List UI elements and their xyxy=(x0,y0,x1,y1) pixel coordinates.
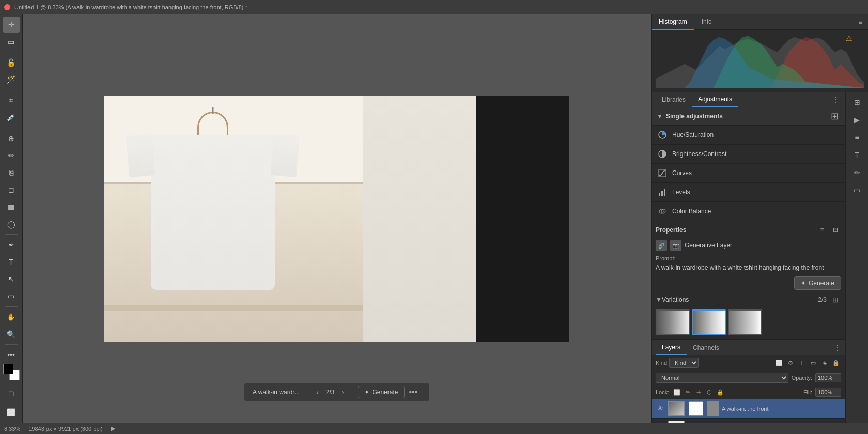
hand-tool[interactable]: ✋ xyxy=(3,309,20,325)
tab-libraries[interactable]: Libraries xyxy=(656,92,692,107)
close-button[interactable] xyxy=(4,4,10,10)
panel-expand-button[interactable]: ⋮ xyxy=(830,94,841,105)
lasso-tool[interactable]: 🔓 xyxy=(3,54,20,70)
adj-tab-group: Libraries Adjustments xyxy=(656,92,738,107)
kind-pixel-icon[interactable]: ⬜ xyxy=(774,358,784,368)
gradient-tool[interactable]: ▦ xyxy=(3,199,20,215)
adj-curves[interactable]: Curves xyxy=(652,164,845,183)
foreground-color[interactable] xyxy=(3,364,13,374)
add-adjustment-button[interactable]: ⊞ xyxy=(829,111,840,122)
tab-layers[interactable]: Layers xyxy=(656,340,687,355)
kind-adjustment-icon[interactable]: ⚙ xyxy=(785,358,796,368)
tab-channels[interactable]: Channels xyxy=(687,340,725,355)
fill-input[interactable] xyxy=(815,388,841,397)
variation-thumb-3[interactable] xyxy=(728,309,762,335)
tab-info[interactable]: Info xyxy=(694,14,719,30)
layer-row-2[interactable]: 👁 Background 🔒 xyxy=(652,419,845,423)
histogram-content: ⚠ xyxy=(652,30,868,92)
adjustments-list: Hue/Saturation Brightness/Contrast xyxy=(652,126,845,220)
path-selection-tool[interactable]: ↖ xyxy=(3,271,20,287)
generate-button[interactable]: ✦ Generate xyxy=(794,276,841,290)
generate-icon: ✦ xyxy=(364,389,369,396)
layer-1-visibility-icon[interactable]: 👁 xyxy=(656,404,665,413)
status-arrow-icon[interactable]: ▶ xyxy=(111,425,115,432)
right-icon-6[interactable]: ▭ xyxy=(849,182,865,198)
kind-lock-icon[interactable]: 🔒 xyxy=(831,358,841,368)
dodge-tool[interactable]: ◯ xyxy=(3,216,20,232)
layers-expand-button[interactable]: ⋮ xyxy=(834,344,841,352)
kind-type-icon[interactable]: T xyxy=(797,358,807,368)
nav-next-button[interactable]: › xyxy=(336,386,349,398)
tab-histogram[interactable]: Histogram xyxy=(652,14,694,30)
single-adj-collapse-icon[interactable]: ▼ xyxy=(657,113,663,120)
properties-header: Properties ≡ ⊟ xyxy=(656,224,841,236)
nav-count: 2/3 xyxy=(326,389,335,396)
kind-shape-icon[interactable]: ▭ xyxy=(808,358,818,368)
eraser-tool[interactable]: ◻ xyxy=(3,182,20,198)
prompt-text: A walk-in wardrobe with a white tshirt h… xyxy=(656,264,841,272)
generate-btn-icon: ✦ xyxy=(801,280,806,287)
eyedropper-tool[interactable]: 💉 xyxy=(3,110,20,126)
marquee-tool[interactable]: ▭ xyxy=(3,34,20,50)
opacity-label: Opacity: xyxy=(792,375,812,381)
crop-tool[interactable]: ⌗ xyxy=(3,92,20,109)
right-icon-4[interactable]: T xyxy=(849,147,865,163)
move-tool[interactable]: ✛ xyxy=(3,17,20,33)
shape-tool[interactable]: ▭ xyxy=(3,288,20,304)
right-icon-5[interactable]: ✏ xyxy=(849,164,865,181)
floating-toolbar: A walk-in wardr... ‹ 2/3 › ✦ Generate ••… xyxy=(244,382,430,402)
title-bar: Untitled-1 @ 8.33% (A walk-in wardrobe w… xyxy=(0,0,868,14)
tool-separator-5 xyxy=(5,306,18,307)
adj-hue-saturation[interactable]: Hue/Saturation xyxy=(652,126,845,145)
layer-row-1[interactable]: 👁 A walk-in...he front xyxy=(652,399,845,419)
fill-label: Fill: xyxy=(803,389,812,395)
quick-mask-toggle[interactable]: ◻ xyxy=(3,385,20,401)
lock-pixels-icon[interactable]: ✏ xyxy=(683,388,692,397)
screen-mode[interactable]: ⬜ xyxy=(3,405,20,421)
brush-tool[interactable]: ✏ xyxy=(3,147,20,163)
variation-thumb-1[interactable] xyxy=(656,309,690,335)
brightness-contrast-icon xyxy=(657,148,668,160)
tool-separator-1 xyxy=(5,52,18,52)
layers-kind-select[interactable]: Kind xyxy=(669,358,699,368)
brightness-contrast-label: Brightness/Contrast xyxy=(672,150,726,158)
text-tool[interactable]: T xyxy=(3,254,20,270)
variation-thumb-1-inner xyxy=(657,311,689,334)
floating-layer-label: A walk-in wardr... xyxy=(250,389,303,396)
right-icon-2[interactable]: ▶ xyxy=(849,112,865,128)
color-balance-icon xyxy=(657,206,668,217)
floating-more-button[interactable]: ••• xyxy=(409,388,417,397)
properties-more-btn[interactable]: ≡ xyxy=(816,224,828,236)
lock-all-icon[interactable]: 🔒 xyxy=(716,388,725,397)
nav-prev-button[interactable]: ‹ xyxy=(312,386,324,398)
more-tools[interactable]: ••• xyxy=(3,347,20,363)
properties-expand-btn[interactable]: ⊟ xyxy=(830,224,841,236)
floating-generate-button[interactable]: ✦ Generate xyxy=(358,386,405,398)
zoom-tool[interactable]: 🔍 xyxy=(3,326,20,342)
histogram-settings-icon[interactable]: ≡ xyxy=(855,17,866,28)
adj-color-balance[interactable]: Color Balance xyxy=(652,202,845,220)
variations-collapse-icon[interactable]: ▼ xyxy=(656,296,662,303)
blend-mode-select[interactable]: Normal Multiply Screen xyxy=(656,373,788,383)
variations-grid-button[interactable]: ⊞ xyxy=(830,294,841,305)
lock-transparent-icon[interactable]: ⬜ xyxy=(672,388,681,397)
magic-wand-tool[interactable]: 🪄 xyxy=(3,72,20,88)
right-icon-1[interactable]: ⊞ xyxy=(849,94,865,111)
layers-tab-group: Layers Channels xyxy=(656,340,725,355)
opacity-input[interactable] xyxy=(815,373,841,382)
single-adjustments-header: ▼ Single adjustments ⊞ xyxy=(652,107,845,126)
color-picker[interactable] xyxy=(3,364,20,380)
adj-brightness-contrast[interactable]: Brightness/Contrast xyxy=(652,145,845,164)
right-icon-3[interactable]: ≡ xyxy=(849,129,865,146)
lock-artboard-icon[interactable]: ⬡ xyxy=(705,388,714,397)
canvas-area: A walk-in wardr... ‹ 2/3 › ✦ Generate ••… xyxy=(23,14,651,423)
lock-position-icon[interactable]: ✛ xyxy=(694,388,703,397)
pen-tool[interactable]: ✒ xyxy=(3,237,20,253)
variation-thumb-2[interactable] xyxy=(692,309,726,335)
kind-smart-icon[interactable]: ◈ xyxy=(819,358,830,368)
adj-levels[interactable]: Levels xyxy=(652,183,845,202)
tshirt-area xyxy=(146,112,280,308)
tab-adjustments[interactable]: Adjustments xyxy=(692,92,738,107)
clone-stamp-tool[interactable]: ⎘ xyxy=(3,164,20,180)
healing-tool[interactable]: ⊕ xyxy=(3,130,20,146)
